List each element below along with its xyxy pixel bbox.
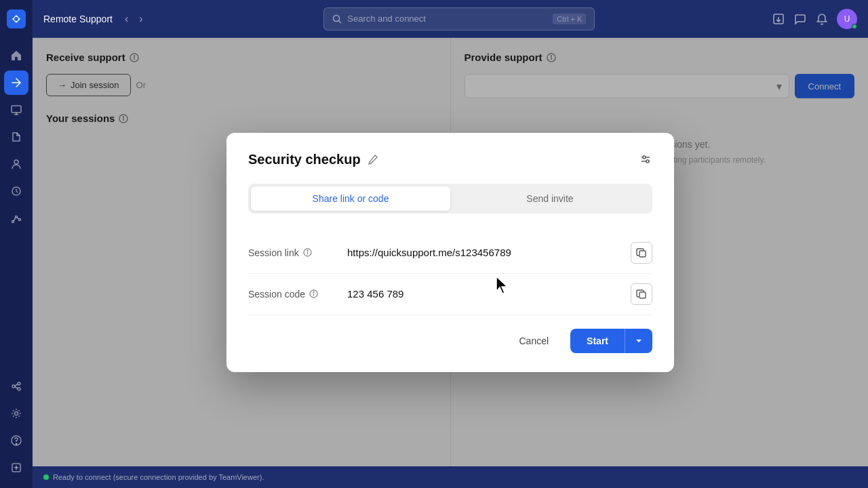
copy-code-icon (636, 289, 647, 300)
download-icon[interactable] (772, 12, 785, 26)
svg-point-5 (14, 160, 18, 164)
session-link-value: https://quicksupport.me/s123456789 (347, 247, 620, 258)
svg-line-15 (15, 384, 18, 386)
sidebar-item-meeting[interactable] (4, 152, 28, 176)
sidebar-logo (5, 8, 27, 30)
edit-icon[interactable] (368, 154, 378, 165)
search-bar[interactable]: Search and connect Ctrl + K (323, 7, 595, 30)
app-title: Remote Support (43, 14, 113, 24)
main-area: Remote Support ‹ › Search and connect Ct… (33, 0, 868, 488)
sidebar-item-connections[interactable] (4, 374, 28, 399)
session-code-info-icon (309, 289, 318, 298)
status-text: Ready to connect (secure connection prov… (53, 473, 264, 481)
search-placeholder: Search and connect (347, 14, 547, 24)
sidebar-item-settings[interactable] (4, 401, 28, 426)
chat-icon[interactable] (793, 12, 807, 26)
svg-rect-2 (12, 106, 21, 113)
svg-point-39 (646, 160, 649, 163)
sidebar-bottom (4, 374, 28, 480)
svg-point-1 (14, 17, 18, 21)
sidebar-item-monitor[interactable] (4, 98, 28, 122)
back-button[interactable]: ‹ (121, 10, 132, 28)
avatar[interactable]: U (837, 9, 857, 29)
dialog-tabs: Share link or code Send invite (248, 184, 652, 214)
sidebar-item-home[interactable] (4, 43, 28, 68)
status-dot (43, 474, 49, 480)
svg-point-19 (16, 443, 16, 444)
sidebar-item-help[interactable] (4, 428, 28, 453)
dialog-footer: Cancel Start (248, 329, 652, 353)
sidebar-item-share[interactable] (4, 455, 28, 480)
start-dropdown-button[interactable] (625, 329, 652, 353)
copy-code-button[interactable] (631, 283, 652, 305)
sidebar-item-history[interactable] (4, 179, 28, 203)
svg-rect-47 (639, 292, 646, 298)
topbar-nav: ‹ › (121, 10, 147, 28)
session-link-row: Session link https://quicksupport.me/s12… (248, 232, 652, 274)
forward-button[interactable]: › (135, 10, 146, 28)
chevron-down-icon (635, 337, 643, 345)
sidebar-item-remote[interactable] (4, 70, 28, 95)
svg-line-24 (339, 20, 342, 23)
dialog-title-row: Security checkup (248, 152, 378, 167)
session-link-label: Session link (248, 247, 336, 258)
svg-point-12 (12, 385, 15, 388)
tab-send-invite[interactable]: Send invite (450, 186, 650, 211)
app-shell: Remote Support ‹ › Search and connect Ct… (0, 0, 868, 488)
tab-share-link[interactable]: Share link or code (251, 186, 450, 211)
svg-rect-43 (639, 251, 646, 257)
topbar: Remote Support ‹ › Search and connect Ct… (33, 0, 868, 38)
dialog-header: Security checkup (248, 152, 652, 167)
dialog-title: Security checkup (248, 152, 361, 167)
svg-point-42 (307, 251, 308, 251)
svg-point-46 (313, 292, 314, 293)
svg-point-14 (18, 388, 20, 390)
session-code-row: Session code 123 456 789 (248, 274, 652, 315)
cancel-button[interactable]: Cancel (506, 329, 563, 353)
svg-point-23 (334, 15, 340, 21)
dialog-overlay: Security checkup (33, 38, 868, 466)
svg-point-38 (643, 156, 646, 159)
sidebar-item-graph[interactable] (4, 206, 28, 230)
start-button-group: Start (570, 329, 652, 353)
svg-line-10 (14, 218, 16, 221)
svg-line-16 (15, 387, 18, 388)
svg-point-17 (15, 412, 18, 415)
sidebar (0, 0, 33, 488)
svg-point-13 (18, 382, 20, 385)
sidebar-item-files[interactable] (4, 125, 28, 149)
session-link-info-icon (303, 248, 312, 257)
search-shortcut: Ctrl + K (553, 14, 586, 24)
bell-icon[interactable] (815, 12, 829, 26)
content-area: Receive support → Join session Or (33, 38, 868, 466)
topbar-icons: U (772, 9, 857, 29)
status-bar: Ready to connect (secure connection prov… (33, 466, 868, 488)
dialog-settings-icon[interactable] (639, 152, 652, 166)
svg-line-11 (17, 218, 19, 219)
session-code-value: 123 456 789 (347, 288, 620, 300)
copy-link-button[interactable] (631, 242, 652, 264)
start-button[interactable]: Start (570, 329, 625, 353)
security-checkup-dialog: Security checkup (226, 133, 674, 372)
copy-icon (636, 247, 647, 258)
avatar-status (852, 24, 857, 29)
session-code-label: Session code (248, 289, 336, 300)
